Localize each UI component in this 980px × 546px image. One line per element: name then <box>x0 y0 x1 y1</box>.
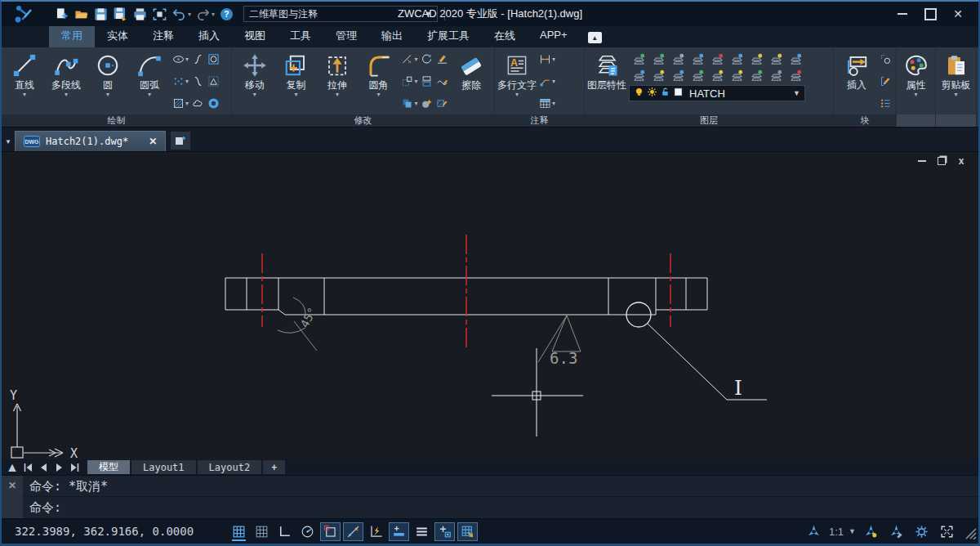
layout-expand-icon[interactable]: ▲ <box>5 461 20 473</box>
ribbon-tool-layer-lock[interactable] <box>707 51 727 67</box>
ribbon-button-圆角[interactable]: 圆角▾ <box>359 49 399 114</box>
ribbon-button-直线[interactable]: 直线▾ <box>4 49 45 114</box>
status-workspace-gear-icon[interactable] <box>911 522 932 541</box>
document-tab-close-icon[interactable]: ✕ <box>149 136 157 147</box>
ribbon-button-多段线[interactable]: 多段线▾ <box>46 49 87 114</box>
status-toggle-dyninput[interactable] <box>366 522 386 541</box>
status-annotation-auto-icon[interactable] <box>886 522 906 541</box>
status-toggle-polar[interactable] <box>297 522 318 541</box>
quick-undo-button[interactable] <box>170 5 188 23</box>
ribbon-tool-scale[interactable]: ▾ <box>401 75 417 87</box>
layer-select[interactable]: HATCH▼ <box>629 85 805 101</box>
command-prompt-line[interactable]: 命令: <box>23 497 978 518</box>
ribbon-tool-ellipse[interactable]: ▾ <box>172 53 189 65</box>
ribbon-tool-wipeout[interactable] <box>207 75 220 87</box>
quick-save-button[interactable] <box>91 5 109 23</box>
layout-tab-Layout2[interactable]: Layout2 <box>198 460 262 474</box>
quick-open-button[interactable] <box>72 5 90 23</box>
ribbon-tool-lengthen[interactable] <box>436 53 448 65</box>
ribbon-tab-注释[interactable]: 注释 <box>140 25 186 47</box>
ribbon-tool-layer-match[interactable] <box>688 67 707 83</box>
close-button[interactable]: ✕ <box>947 6 969 22</box>
ribbon-tool-leader[interactable]: ▾ <box>539 75 555 87</box>
ribbon-tab-管理[interactable]: 管理 <box>323 25 369 47</box>
ribbon-button-图层特性[interactable]: 图层特性 <box>587 49 626 114</box>
quick-save-as-button[interactable] <box>111 5 129 23</box>
ribbon-tool-table[interactable]: ▾ <box>539 97 555 110</box>
ribbon-tool-layer-visible[interactable] <box>786 51 805 67</box>
chevron-down-icon[interactable]: ▾ <box>188 11 191 18</box>
ribbon-tab-视图[interactable]: 视图 <box>232 25 278 47</box>
ribbon-tab-插入[interactable]: 插入 <box>186 25 232 47</box>
ribbon-tool-dim[interactable]: ▾ <box>539 53 555 65</box>
ribbon-tool-points[interactable]: ▾ <box>172 75 189 87</box>
command-window[interactable]: ✕ 命令: *取消* 命令: <box>2 476 978 519</box>
status-fullscreen-icon[interactable] <box>937 522 957 541</box>
first-layout-icon[interactable] <box>20 461 35 473</box>
ribbon-tool-trim[interactable]: ▾ <box>401 53 417 65</box>
status-toggle-annogrid[interactable] <box>457 522 478 541</box>
ribbon-tool-hatchedit[interactable] <box>436 97 448 110</box>
ribbon-button-剪贴板[interactable]: 剪贴板▾ <box>938 49 973 114</box>
ribbon-tool-layer-restore[interactable] <box>746 67 766 83</box>
layout-tab-+[interactable]: + <box>263 460 285 474</box>
ribbon-button-插入[interactable]: 插入 <box>836 49 877 114</box>
ribbon-tool-layer-delete[interactable] <box>786 67 805 83</box>
ribbon-tool-donut[interactable] <box>207 97 220 110</box>
ribbon-tool-array[interactable]: ▾ <box>401 97 417 110</box>
status-toggle-lineweight[interactable] <box>389 522 409 541</box>
ribbon-tool-spline2[interactable] <box>192 75 204 87</box>
ribbon-tab-常用[interactable]: 常用 <box>49 25 95 47</box>
status-annotation-visibility-icon[interactable] <box>861 522 881 541</box>
mdi-minimize-button[interactable] <box>916 156 928 166</box>
status-toggle-grid[interactable] <box>252 522 272 541</box>
ribbon-tool-layer-on[interactable] <box>648 51 668 67</box>
ribbon-button-移动[interactable]: 移动▾ <box>234 49 275 114</box>
ribbon-button-多行文字[interactable]: A多行文字▾ <box>497 49 537 114</box>
ribbon-tab-输出[interactable]: 输出 <box>369 25 415 47</box>
status-annotation-scale-icon[interactable] <box>804 522 824 541</box>
chevron-down-icon[interactable]: ▾ <box>212 11 215 18</box>
ribbon-tool-region[interactable] <box>207 53 220 65</box>
layout-tab-模型[interactable]: 模型 <box>87 460 130 474</box>
ribbon-tool-mirror[interactable] <box>421 75 433 87</box>
chevron-down-icon[interactable]: ▼ <box>849 527 856 535</box>
ribbon-button-擦除[interactable]: 擦除 <box>451 49 492 114</box>
ribbon-tool-layer-state[interactable] <box>766 67 786 83</box>
ribbon-tool-cloud[interactable] <box>192 97 204 110</box>
ribbon-tool-layer-edit[interactable] <box>648 67 668 83</box>
ribbon-button-拉伸[interactable]: 拉伸▾ <box>317 49 358 114</box>
prev-layout-icon[interactable] <box>36 461 51 473</box>
status-toggle-ortho[interactable] <box>274 522 295 541</box>
zwcad-logo-icon[interactable] <box>2 2 46 26</box>
maximize-button[interactable] <box>920 6 941 22</box>
next-layout-icon[interactable] <box>51 461 66 473</box>
ribbon-tab-工具[interactable]: 工具 <box>278 25 323 47</box>
quick-redo-button[interactable] <box>194 5 212 23</box>
workspace-select[interactable]: 二维草图与注释 ▼ <box>243 6 438 22</box>
ribbon-tool-layer-bulb[interactable] <box>668 51 688 67</box>
ribbon-tool-layer-unlock[interactable] <box>727 51 746 67</box>
ribbon-collapse-button[interactable]: ▲ <box>588 32 602 43</box>
layout-tab-Layout1[interactable]: Layout1 <box>131 460 196 474</box>
status-toggle-bars[interactable] <box>412 522 432 541</box>
ribbon-tool-layer-walk[interactable] <box>727 67 746 83</box>
status-toggle-annoplus[interactable] <box>434 522 455 541</box>
last-layout-icon[interactable] <box>67 461 82 473</box>
unlock-icon[interactable] <box>660 86 670 101</box>
mdi-close-button[interactable]: x <box>956 156 967 166</box>
ribbon-tool-spline[interactable] <box>192 53 204 65</box>
ribbon-tab-APP+[interactable]: APP+ <box>528 25 580 47</box>
ribbon-tool-layer-thaw[interactable] <box>766 51 786 67</box>
ribbon-tool-layer-prev[interactable] <box>707 67 727 83</box>
ribbon-tool-editwave[interactable] <box>436 75 448 87</box>
mdi-restore-button[interactable] <box>936 156 947 166</box>
ribbon-tool-layer-merge[interactable] <box>668 67 688 83</box>
status-toggle-osnap[interactable] <box>320 522 341 541</box>
ribbon-tab-在线[interactable]: 在线 <box>482 25 528 47</box>
ribbon-tool-revloop[interactable] <box>421 53 433 65</box>
ribbon-tool-attredit[interactable] <box>880 75 892 87</box>
minimize-button[interactable] <box>892 6 913 22</box>
command-close-icon[interactable]: ✕ <box>8 480 16 491</box>
document-tab[interactable]: DWG Hatch2(1).dwg* ✕ <box>15 131 166 151</box>
